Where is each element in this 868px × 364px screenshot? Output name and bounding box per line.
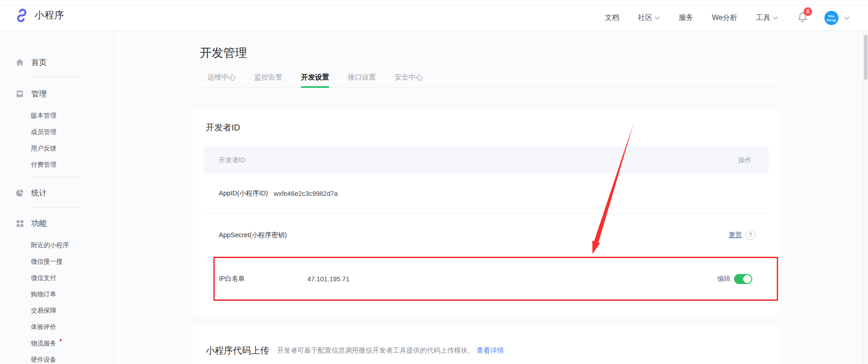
view-details-link[interactable]: 查看详情 [477, 346, 504, 355]
top-bar: 小程序 文档 社区 服务 We分析 工具 [0, 0, 868, 31]
tray-icon [15, 89, 25, 99]
nav-docs-label: 文档 [605, 13, 619, 23]
scrollbar-thumb[interactable] [864, 35, 868, 80]
sidebar-item-user-feedback[interactable]: 用户反馈 [0, 140, 113, 156]
chevron-down-icon [655, 16, 660, 20]
nav-tools[interactable]: 工具 [756, 13, 778, 23]
pie-chart-icon [15, 188, 25, 198]
sidebar-item-transaction-guarantee[interactable]: 交易保障 [0, 302, 113, 319]
code-upload-card: 小程序代码上传 开发者可基于配置信息调用微信开发者工具提供的代码上传模块。 查看… [193, 326, 780, 364]
tab-bar-divider [200, 88, 779, 88]
sidebar-subitem-label: 成员管理 [31, 128, 56, 135]
features-submenu: 附近的小程序 微信搜一搜 微信支付 购物订单 交易保障 体验评价 物流服务 硬件… [0, 237, 113, 364]
logo-text: 小程序 [35, 9, 64, 21]
sidebar-item-home[interactable]: 首页 [0, 56, 113, 69]
sidebar-subitem-label: 交易保障 [31, 307, 56, 314]
divider [31, 177, 81, 177]
section-title-developer-id: 开发者ID [193, 110, 780, 134]
management-submenu: 版本管理 成员管理 用户反馈 付费管理 [0, 107, 113, 173]
avatar-line1: Niu [829, 14, 835, 18]
ip-whitelist-value: 47.101.195.71 [307, 275, 350, 283]
sidebar-item-features[interactable]: 功能 [0, 217, 113, 229]
table-header-row: 开发者ID 操作 [204, 146, 769, 174]
sidebar-subitem-label: 微信支付 [31, 274, 56, 281]
nav-services[interactable]: 服务 [679, 13, 693, 23]
tab-bar: 运维中心 监控告警 开发设置 接口设置 安全中心 [207, 73, 423, 88]
sidebar-item-shopping-orders[interactable]: 购物订单 [0, 286, 113, 302]
scrollbar-track[interactable] [863, 31, 868, 364]
sidebar-item-member-management[interactable]: 成员管理 [0, 124, 113, 140]
nav-services-label: 服务 [679, 13, 693, 23]
sidebar-subitem-label: 微信搜一搜 [31, 258, 63, 265]
sidebar-item-statistics[interactable]: 统计 [0, 186, 113, 199]
help-question-icon[interactable]: ? [745, 230, 755, 240]
sidebar-item-logistics-service[interactable]: 物流服务 [0, 335, 113, 351]
notification-badge: 6 [804, 7, 812, 16]
tab-api-settings[interactable]: 接口设置 [348, 73, 376, 88]
sidebar: 首页 管理 版本管理 成员管理 用户反馈 付费管理 统计 [0, 31, 113, 364]
nav-tools-label: 工具 [756, 13, 770, 23]
reset-appsecret-button[interactable]: 重置 [729, 231, 742, 239]
sidebar-item-wechat-search[interactable]: 微信搜一搜 [0, 253, 113, 269]
sidebar-item-label: 功能 [31, 218, 47, 229]
section-title-code-upload: 小程序代码上传 [206, 344, 269, 357]
chevron-down-icon [773, 16, 778, 20]
tab-monitoring-alerts[interactable]: 监控告警 [254, 73, 282, 88]
sidebar-item-version-management[interactable]: 版本管理 [0, 107, 113, 124]
tab-development-settings[interactable]: 开发设置 [301, 73, 329, 88]
nav-community[interactable]: 社区 [638, 13, 660, 23]
table-row-appsecret: AppSecret(小程序密钥) 重置 ? [204, 214, 769, 257]
sidebar-subitem-label: 附近的小程序 [31, 241, 69, 249]
grid-icon [15, 219, 25, 228]
sidebar-subitem-label: 用户反馈 [31, 145, 56, 152]
code-upload-row: 小程序代码上传 开发者可基于配置信息调用微信开发者工具提供的代码上传模块。 查看… [193, 326, 780, 357]
account-menu[interactable]: Niu Shop [824, 11, 850, 25]
table-header-name: 开发者ID [219, 156, 245, 165]
ip-whitelist-label: IP白名单 [219, 274, 307, 283]
edit-ip-whitelist-button[interactable]: 编辑 [717, 274, 730, 283]
developer-id-table: 开发者ID 操作 AppID(小程序ID) wxfe46e2c3c9982d7a… [204, 146, 769, 301]
nav-we-analysis[interactable]: We分析 [712, 13, 737, 23]
sidebar-item-hardware-devices[interactable]: 硬件设备 [0, 351, 113, 364]
sidebar-item-management[interactable]: 管理 [0, 87, 113, 100]
page-title: 开发管理 [200, 45, 247, 61]
sidebar-item-paid-management[interactable]: 付费管理 [0, 156, 113, 173]
chevron-down-icon [844, 16, 850, 20]
code-upload-description: 开发者可基于配置信息调用微信开发者工具提供的代码上传模块。 [277, 346, 474, 355]
nav-docs[interactable]: 文档 [605, 13, 619, 23]
avatar: Niu Shop [824, 11, 838, 25]
sidebar-item-label: 首页 [31, 57, 47, 68]
avatar-line2: Shop [827, 18, 836, 22]
sidebar-item-wechat-pay[interactable]: 微信支付 [0, 269, 113, 286]
table-row-ip-whitelist: IP白名单 47.101.195.71 编辑 [204, 257, 769, 301]
table-row-appid: AppID(小程序ID) wxfe46e2c3c9982d7a [204, 174, 769, 214]
top-nav: 文档 社区 服务 We分析 工具 [605, 5, 850, 31]
sidebar-subitem-label: 版本管理 [31, 112, 56, 119]
nav-we-analysis-label: We分析 [712, 13, 737, 23]
sidebar-item-label: 管理 [31, 89, 47, 99]
sidebar-subitem-label: 物流服务 [31, 339, 56, 347]
red-dot-badge [59, 339, 62, 341]
mini-program-logo-icon [14, 7, 29, 23]
appid-label: AppID(小程序ID) [219, 189, 274, 198]
sidebar-subitem-label: 购物订单 [31, 290, 56, 298]
nav-community-label: 社区 [638, 13, 652, 23]
toggle-knob [743, 275, 751, 283]
sidebar-item-nearby-miniprogram[interactable]: 附近的小程序 [0, 237, 113, 253]
divider [31, 77, 81, 77]
appsecret-label: AppSecret(小程序密钥) [219, 231, 287, 239]
home-icon [15, 58, 25, 67]
tab-security-center[interactable]: 安全中心 [395, 73, 423, 88]
sidebar-subitem-label: 付费管理 [31, 161, 56, 168]
notification-bell-button[interactable]: 6 [797, 11, 809, 25]
sidebar-item-label: 统计 [31, 188, 47, 198]
page: 小程序 文档 社区 服务 We分析 工具 [0, 0, 868, 364]
mini-program-logo[interactable]: 小程序 [14, 7, 64, 23]
table-header-action: 操作 [738, 156, 751, 165]
ip-whitelist-toggle[interactable] [734, 274, 752, 284]
sidebar-item-experience-rating[interactable]: 体验评价 [0, 319, 113, 335]
sidebar-subitem-label: 硬件设备 [31, 356, 56, 363]
developer-id-card: 开发者ID 开发者ID 操作 AppID(小程序ID) wxfe46e2c3c9… [193, 110, 780, 315]
divider [31, 207, 81, 208]
tab-operations-center[interactable]: 运维中心 [207, 73, 236, 88]
